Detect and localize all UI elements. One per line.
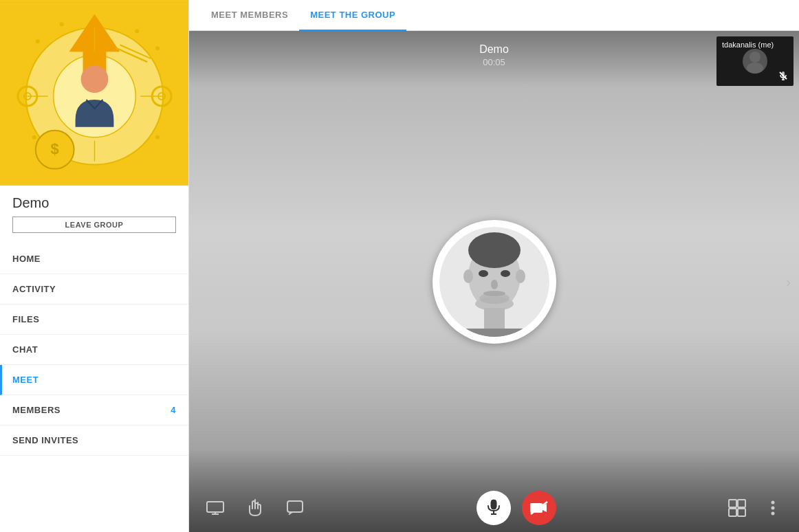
group-image: $	[0, 0, 188, 186]
sidebar: $	[0, 0, 189, 532]
svg-point-18	[155, 135, 160, 140]
svg-point-14	[60, 22, 64, 26]
svg-point-35	[479, 270, 488, 277]
svg-point-56	[771, 507, 775, 510]
tab-meet-members[interactable]: MEET MEMBERS	[200, 0, 299, 31]
self-view-label: tdakanalis (me)	[722, 41, 774, 49]
svg-rect-47	[491, 500, 496, 509]
tabs-header: MEET MEMBERS MEET THE GROUP	[189, 0, 799, 31]
svg-point-32	[468, 232, 521, 268]
video-controls	[189, 484, 799, 532]
sidebar-item-members[interactable]: MEMBERS 4	[0, 395, 188, 425]
chevron-right-icon[interactable]: ›	[786, 274, 791, 289]
svg-point-6	[81, 65, 109, 93]
svg-point-57	[771, 512, 775, 516]
svg-rect-52	[738, 500, 745, 507]
main-content: MEET MEMBERS MEET THE GROUP Demo 00:05 t…	[189, 0, 799, 532]
svg-point-13	[36, 39, 40, 43]
video-off-button[interactable]	[522, 491, 556, 525]
self-view-avatar	[743, 49, 767, 74]
mic-button[interactable]	[477, 491, 511, 525]
svg-point-16	[155, 46, 160, 50]
sidebar-item-home[interactable]: HOME	[0, 244, 188, 274]
sidebar-item-send-invites[interactable]: SEND INVITES	[0, 425, 188, 456]
raise-hand-button[interactable]	[243, 496, 267, 520]
svg-point-15	[135, 29, 139, 33]
svg-point-23	[749, 52, 760, 63]
participant-name: Demo	[479, 43, 509, 56]
svg-point-42	[479, 293, 510, 304]
svg-rect-43	[207, 502, 223, 512]
svg-rect-46	[287, 501, 303, 512]
svg-point-37	[491, 280, 498, 289]
self-view: tdakanalis (me)	[716, 36, 793, 86]
screen-share-button[interactable]	[203, 496, 228, 520]
tab-meet-the-group[interactable]: MEET THE GROUP	[299, 0, 406, 31]
main-video-avatar	[433, 220, 556, 344]
svg-point-55	[771, 501, 775, 505]
sidebar-item-meet[interactable]: MEET	[0, 365, 188, 395]
svg-point-34	[516, 269, 525, 283]
controls-left	[203, 496, 307, 520]
svg-rect-26	[782, 71, 785, 77]
sidebar-item-activity[interactable]: ACTIVITY	[0, 274, 188, 304]
more-options-button[interactable]	[760, 496, 785, 520]
members-badge: 4	[171, 405, 176, 415]
svg-rect-53	[729, 509, 736, 516]
self-view-mic-off-icon	[778, 71, 788, 82]
svg-text:$: $	[51, 140, 59, 157]
leave-group-button[interactable]: LEAVE GROUP	[12, 217, 176, 233]
svg-point-33	[463, 269, 473, 283]
video-container: Demo 00:05 tdakanalis (me)	[189, 31, 799, 532]
video-info: Demo 00:05	[479, 43, 509, 67]
sidebar-item-chat[interactable]: CHAT	[0, 335, 188, 365]
sidebar-nav: HOME ACTIVITY FILES CHAT MEET MEMBERS 4 …	[0, 244, 188, 532]
svg-rect-54	[738, 509, 745, 516]
svg-rect-51	[729, 500, 736, 507]
svg-rect-41	[460, 329, 529, 337]
sidebar-item-files[interactable]: FILES	[0, 304, 188, 335]
group-name: Demo	[0, 186, 188, 217]
video-timer: 00:05	[479, 57, 509, 67]
controls-center	[477, 491, 556, 525]
svg-point-36	[501, 270, 510, 277]
grid-view-button[interactable]	[725, 496, 749, 520]
controls-right	[725, 496, 785, 520]
svg-point-24	[747, 63, 763, 74]
svg-point-17	[32, 135, 36, 140]
chat-button[interactable]	[283, 496, 307, 520]
